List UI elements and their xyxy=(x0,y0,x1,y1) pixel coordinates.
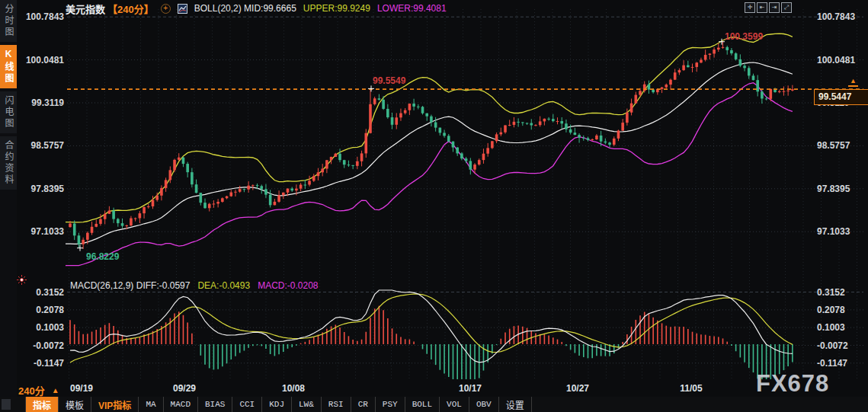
price-axis-label-left: 98.5757 xyxy=(0,140,64,151)
restore-icon[interactable]: ⤢ xyxy=(781,2,792,13)
chart-canvas[interactable] xyxy=(0,0,868,412)
price-axis-label-left: 100.7843 xyxy=(0,11,64,22)
date-label: 10/27 xyxy=(566,383,589,394)
crosshair-icon[interactable]: ✛ xyxy=(745,2,755,13)
date-label: 09/19 xyxy=(70,383,93,394)
toolbar-item-cci[interactable]: CCI xyxy=(232,397,262,412)
chart-header: 美元指数 【240分】 + BOLL(20,2) MID:99.6665 UPP… xyxy=(66,2,447,14)
period-selector[interactable]: 240分▲ xyxy=(18,383,59,398)
price-marker-icon: ▲ xyxy=(848,78,859,88)
sidebar-tab-2[interactable]: K线图 xyxy=(0,45,17,88)
watermark: FX678 xyxy=(756,370,829,398)
zoom-out-icon[interactable]: ⇤ xyxy=(757,2,767,13)
annotation-swing-high: 99.5549 xyxy=(373,75,405,86)
add-indicator-icon[interactable]: + xyxy=(161,4,171,14)
price-axis-label-left: 99.3119 xyxy=(0,97,64,108)
zoom-in-icon[interactable]: ⇥ xyxy=(769,2,780,13)
chart-type-icon[interactable] xyxy=(178,4,187,14)
price-axis-label-right: 97.8395 xyxy=(817,184,866,194)
toolbar-item-[interactable]: 设置 xyxy=(499,397,532,412)
macd-axis-label-right: -0.1147 xyxy=(817,358,866,369)
boll-label: BOLL(20,2) MID:99.6665 xyxy=(194,3,296,14)
date-label: 09/29 xyxy=(173,383,196,394)
period-title: 【240分】 xyxy=(107,2,154,16)
toolbar-item-rsi[interactable]: RSI xyxy=(322,397,351,412)
toolbar-item-lw[interactable]: LW& xyxy=(292,397,322,412)
toolbar-item-psy[interactable]: PSY xyxy=(376,397,405,412)
macd-axis-label-right: -0.0072 xyxy=(817,340,866,351)
macd-axis-label-right: 0.2078 xyxy=(817,305,866,315)
macd-header: MACD(26,12,9) DIFF:-0.0597 DEA:-0.0493 M… xyxy=(70,280,319,291)
toolbar-tab-2[interactable]: 模板 xyxy=(59,397,91,412)
annotation-high: 100.3599 xyxy=(725,31,763,42)
toolbar-item-boll[interactable]: BOLL xyxy=(405,397,440,412)
macd-dea-label: DEA:-0.0493 xyxy=(197,280,250,291)
toolbar-item-vip[interactable]: VIP指标 xyxy=(91,397,139,412)
symbol-title: 美元指数 xyxy=(66,2,105,16)
macd-axis-label-right: 0.3152 xyxy=(817,287,866,298)
toolbar-item-cr[interactable]: CR xyxy=(351,397,376,412)
boll-lower-label: LOWER:99.4081 xyxy=(377,3,447,14)
macd-macd-label: MACD:-0.0208 xyxy=(258,280,318,291)
trading-app-window: 分时图K线图闪电图合约资料 美元指数 【240分】 + BOLL(20,2) M… xyxy=(0,0,868,412)
window-controls: ✛⇤⇥⤢ xyxy=(745,2,792,13)
macd-axis-label-left: 0.2078 xyxy=(0,305,64,315)
toolbar-item-kdj[interactable]: KDJ xyxy=(262,397,292,412)
macd-axis-label-left: -0.0072 xyxy=(0,340,64,351)
alert-dot-icon[interactable] xyxy=(17,275,27,285)
indicator-toolbar: 指标模板VIP指标MAMACDBIASCCIKDJLW&RSICRPSYBOLL… xyxy=(0,397,868,412)
price-axis-label-right: 98.5757 xyxy=(817,140,866,151)
date-label: 10/17 xyxy=(459,383,482,394)
toolbar-item-vol[interactable]: VOL xyxy=(440,397,469,412)
corner-chip xyxy=(2,399,11,410)
boll-upper-label: UPPER:99.9249 xyxy=(303,3,370,14)
toolbar-item-macd[interactable]: MACD xyxy=(164,397,198,412)
macd-title: MACD(26,12,9) DIFF:-0.0597 xyxy=(70,280,190,291)
macd-axis-label-left: 0.1003 xyxy=(0,322,64,333)
last-price-badge: 99.5447 xyxy=(814,89,868,105)
date-label: 11/05 xyxy=(680,383,702,394)
price-axis-label-right: 100.7843 xyxy=(817,11,866,22)
date-label: 10/08 xyxy=(282,383,305,394)
toolbar-item-bias[interactable]: BIAS xyxy=(198,397,232,412)
price-axis-label-left: 100.0481 xyxy=(0,55,64,65)
price-axis-label-left: 97.8395 xyxy=(0,184,64,194)
annotation-low: 96.8229 xyxy=(86,251,119,262)
macd-axis-label-left: 0.3152 xyxy=(0,287,64,298)
price-axis-label-right: 97.1033 xyxy=(817,226,866,237)
macd-axis-label-left: -0.1147 xyxy=(0,358,64,369)
triangle-up-icon: ▲ xyxy=(52,386,59,394)
toolbar-tab-1[interactable]: 指标 xyxy=(26,397,59,412)
macd-axis-label-right: 0.1003 xyxy=(817,322,866,333)
price-axis-label-right: 100.0481 xyxy=(817,55,866,65)
toolbar-item-obv[interactable]: OBV xyxy=(469,397,499,412)
price-axis-label-left: 97.1033 xyxy=(0,226,64,237)
toolbar-item-ma[interactable]: MA xyxy=(139,397,163,412)
